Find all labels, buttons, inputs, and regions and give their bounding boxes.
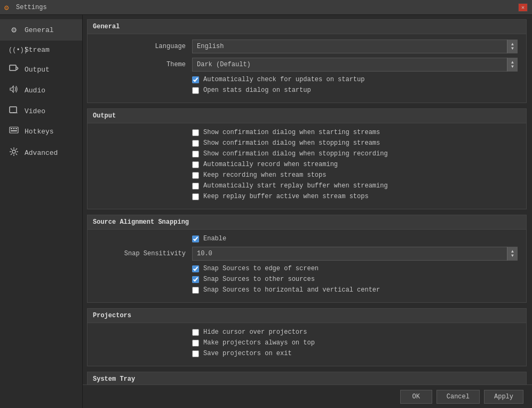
window-title: Settings xyxy=(16,4,47,11)
audio-icon xyxy=(9,85,19,96)
snap-other-checkbox[interactable] xyxy=(192,276,199,283)
svg-line-2 xyxy=(17,68,18,70)
titlebar: ⚙ Settings ✕ xyxy=(0,0,532,15)
confirm-stop-rec-label[interactable]: Show confirmation dialog when stopping r… xyxy=(203,150,388,158)
svg-rect-10 xyxy=(11,130,17,131)
ok-button[interactable]: OK xyxy=(400,390,432,404)
open-stats-label[interactable]: Open stats dialog on startup xyxy=(203,87,311,94)
sidebar-item-output[interactable]: Output xyxy=(0,59,82,80)
keep-replay-checkbox[interactable] xyxy=(192,193,199,200)
app-icon: ⚙ xyxy=(4,3,13,12)
snap-other-label[interactable]: Snap Sources to other sources xyxy=(203,276,315,283)
general-section-title: General xyxy=(88,20,526,34)
svg-rect-8 xyxy=(13,128,15,129)
snapping-section-title: Source Alignment Snapping xyxy=(88,215,526,230)
snap-edge-label[interactable]: Snap Sources to edge of screen xyxy=(203,265,319,272)
sidebar-item-video[interactable]: Video xyxy=(0,101,82,121)
projectors-section-title: Projectors xyxy=(88,309,526,323)
output-icon xyxy=(9,65,19,75)
confirm-start-checkbox[interactable] xyxy=(192,129,199,136)
snap-edge-checkbox[interactable] xyxy=(192,265,199,272)
snap-sensitivity-input[interactable] xyxy=(192,247,518,261)
confirm-start-label[interactable]: Show confirmation dialog when starting s… xyxy=(203,129,380,136)
general-icon: ⚙ xyxy=(9,25,19,35)
always-on-top-label[interactable]: Make projectors always on top xyxy=(203,339,315,347)
open-stats-checkbox[interactable] xyxy=(192,87,199,94)
output-section-title: Output xyxy=(88,109,526,123)
footer: OK Cancel Apply xyxy=(83,385,532,408)
language-label: Language xyxy=(96,43,192,50)
snap-sensitivity-label: Snap Sensitivity xyxy=(96,250,192,257)
video-icon xyxy=(9,106,19,116)
snapping-enable-checkbox[interactable] xyxy=(192,236,199,242)
sidebar-label-video: Video xyxy=(25,107,45,115)
sidebar-item-audio[interactable]: Audio xyxy=(0,80,82,101)
snapping-enable-label[interactable]: Enable xyxy=(203,235,226,242)
snap-center-label[interactable]: Snap Sources to horizontal and vertical … xyxy=(203,286,380,294)
keep-recording-checkbox[interactable] xyxy=(192,172,199,179)
sidebar-item-stream[interactable]: ((•)) Stream xyxy=(0,41,82,59)
svg-line-19 xyxy=(11,154,12,155)
confirm-stop-stream-checkbox[interactable] xyxy=(192,140,199,147)
theme-select[interactable]: Dark (Default) xyxy=(192,58,518,72)
projectors-section: Projectors Hide cursor over projectors M… xyxy=(87,308,527,366)
sidebar-label-audio: Audio xyxy=(25,87,45,95)
sidebar-label-stream: Stream xyxy=(25,46,50,54)
sidebar-label-advanced: Advanced xyxy=(25,149,58,157)
svg-rect-6 xyxy=(10,127,18,133)
snap-center-checkbox[interactable] xyxy=(192,287,199,294)
sidebar-label-general: General xyxy=(25,26,54,34)
sidebar-item-general[interactable]: ⚙ General xyxy=(0,19,82,41)
sidebar-item-advanced[interactable]: Advanced xyxy=(0,142,82,164)
stream-icon: ((•)) xyxy=(9,46,19,54)
auto-record-checkbox[interactable] xyxy=(192,161,199,168)
save-on-exit-label[interactable]: Save projectors on exit xyxy=(203,350,292,357)
keep-recording-label[interactable]: Keep recording when stream stops xyxy=(203,171,326,179)
svg-line-18 xyxy=(16,148,18,150)
svg-line-17 xyxy=(16,154,18,155)
auto-replay-checkbox[interactable] xyxy=(192,183,199,190)
auto-update-checkbox[interactable] xyxy=(192,76,199,83)
sidebar: ⚙ General ((•)) Stream Output xyxy=(0,15,83,408)
sidebar-item-hotkeys[interactable]: Hotkeys xyxy=(0,121,82,142)
svg-line-16 xyxy=(11,148,12,150)
svg-rect-0 xyxy=(10,65,16,70)
svg-rect-9 xyxy=(15,128,17,129)
cancel-button[interactable]: Cancel xyxy=(436,390,480,404)
snapping-section: Source Alignment Snapping Enable Snap Se… xyxy=(87,215,527,303)
hotkeys-icon xyxy=(9,127,19,136)
sidebar-label-output: Output xyxy=(25,66,50,74)
general-section: General Language English ▲ ▼ xyxy=(87,19,527,103)
close-button[interactable]: ✕ xyxy=(518,3,528,12)
auto-update-label[interactable]: Automatically check for updates on start… xyxy=(203,76,364,83)
svg-rect-3 xyxy=(10,107,17,113)
auto-record-label[interactable]: Automatically record when streaming xyxy=(203,161,338,168)
apply-button[interactable]: Apply xyxy=(484,390,523,404)
hide-cursor-label[interactable]: Hide cursor over projectors xyxy=(203,328,307,336)
sidebar-label-hotkeys: Hotkeys xyxy=(25,128,54,136)
language-select[interactable]: English xyxy=(192,40,518,53)
advanced-icon xyxy=(9,147,19,159)
theme-label: Theme xyxy=(96,61,192,68)
main-content: General Language English ▲ ▼ xyxy=(83,15,532,408)
svg-rect-7 xyxy=(11,128,12,129)
save-on-exit-checkbox[interactable] xyxy=(192,350,199,357)
hide-cursor-checkbox[interactable] xyxy=(192,329,199,336)
confirm-stop-stream-label[interactable]: Show confirmation dialog when stopping s… xyxy=(203,139,380,147)
auto-replay-label[interactable]: Automatically start replay buffer when s… xyxy=(203,182,388,190)
output-section: Output Show confirmation dialog when sta… xyxy=(87,108,527,209)
always-on-top-checkbox[interactable] xyxy=(192,340,199,347)
keep-replay-label[interactable]: Keep replay buffer active when stream st… xyxy=(203,193,369,200)
svg-point-11 xyxy=(12,150,15,153)
confirm-stop-rec-checkbox[interactable] xyxy=(192,151,199,158)
